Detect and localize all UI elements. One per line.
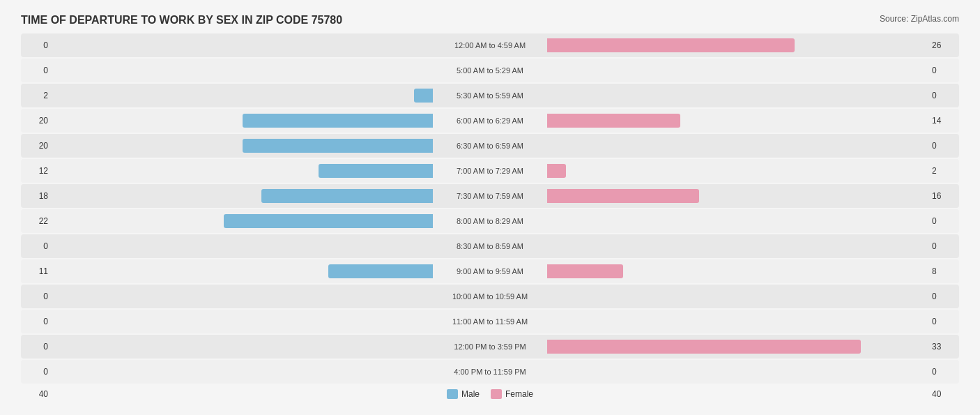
male-bar-container [52,315,434,329]
male-value: 12 [21,166,52,176]
bar-area: 6:30 AM to 6:59 AM [52,134,928,158]
time-label: 6:30 AM to 6:59 AM [434,142,546,150]
bar-area: 8:30 AM to 8:59 AM [52,234,928,258]
male-bar-container [52,63,434,77]
bar-row: 20 6:00 AM to 6:29 AM 14 [21,109,959,133]
female-bar [547,340,861,354]
male-bar-container [52,214,434,228]
female-bar-container [546,114,928,128]
female-bar-container [546,38,928,52]
bar-area: 10:00 AM to 10:59 AM [52,285,928,308]
legend-female-label: Female [505,389,533,399]
female-value: 0 [928,216,959,226]
bar-row: 0 12:00 AM to 4:59 AM 26 [21,33,959,57]
bar-inner: 7:30 AM to 7:59 AM [52,187,928,205]
bar-row: 22 8:00 AM to 8:29 AM 0 [21,209,959,233]
bar-area: 7:00 AM to 7:29 AM [52,159,928,183]
bar-row: 0 12:00 PM to 3:59 PM 33 [21,335,959,359]
male-value: 0 [21,367,52,377]
legend-male-box [447,389,458,399]
female-value: 0 [928,141,959,151]
male-bar-container [52,38,434,52]
male-bar-container [52,239,434,253]
bar-inner: 8:00 AM to 8:29 AM [52,212,928,230]
female-value: 0 [928,91,959,100]
male-bar-container [52,189,434,203]
female-bar-container [546,289,928,303]
bar-inner: 6:00 AM to 6:29 AM [52,112,928,130]
chart-container: TIME OF DEPARTURE TO WORK BY SEX IN ZIP … [21,14,959,399]
chart-body: 0 12:00 AM to 4:59 AM 26 0 5:00 AM to 5:… [21,33,959,384]
female-bar-container [546,139,928,153]
male-bar [243,139,433,153]
female-bar-container [546,365,928,379]
x-axis-right-label: 40 [928,389,959,399]
bar-area: 11:00 AM to 11:59 AM [52,310,928,333]
bar-inner: 6:30 AM to 6:59 AM [52,137,928,155]
female-value: 0 [928,66,959,75]
female-value: 8 [928,266,959,276]
female-bar-container [546,340,928,354]
time-label: 8:00 AM to 8:29 AM [434,217,546,225]
time-label: 12:00 PM to 3:59 PM [434,342,546,351]
male-bar-container [52,264,434,278]
bar-area: 12:00 PM to 3:59 PM [52,335,928,359]
x-axis-left-label: 40 [21,389,52,399]
time-label: 4:00 PM to 11:59 PM [434,368,546,376]
female-value: 16 [928,191,959,201]
bar-area: 8:00 AM to 8:29 AM [52,209,928,233]
male-value: 0 [21,40,52,50]
female-value: 0 [928,292,959,301]
male-bar [319,164,433,178]
time-label: 6:00 AM to 6:29 AM [434,116,546,125]
male-bar-container [52,365,434,379]
female-bar-container [546,164,928,178]
bar-inner: 8:30 AM to 8:59 AM [52,237,928,255]
male-bar-container [52,289,434,303]
bar-row: 11 9:00 AM to 9:59 AM 8 [21,259,959,283]
bar-inner: 10:00 AM to 10:59 AM [52,287,928,305]
female-value: 2 [928,166,959,176]
chart-source: Source: ZipAtlas.com [880,14,959,24]
chart-header: TIME OF DEPARTURE TO WORK BY SEX IN ZIP … [21,14,959,27]
female-bar [547,264,623,278]
bar-inner: 12:00 PM to 3:59 PM [52,338,928,356]
legend-male-label: Male [461,389,480,399]
female-value: 14 [928,116,959,126]
male-bar-container [52,114,434,128]
time-label: 10:00 AM to 10:59 AM [434,292,546,301]
male-value: 20 [21,141,52,151]
male-bar-container [52,139,434,153]
female-bar-container [546,214,928,228]
male-bar [243,114,433,128]
male-bar-container [52,164,434,178]
female-bar-container [546,63,928,77]
bar-area: 4:00 PM to 11:59 PM [52,360,928,384]
bar-area: 9:00 AM to 9:59 AM [52,259,928,283]
legend-female-box [491,389,502,399]
male-value: 20 [21,116,52,126]
time-label: 5:30 AM to 5:59 AM [434,91,546,100]
male-bar [261,189,433,203]
bar-row: 18 7:30 AM to 7:59 AM 16 [21,184,959,208]
legend-male: Male [447,389,480,399]
bar-inner: 5:30 AM to 5:59 AM [52,86,928,105]
male-value: 0 [21,66,52,75]
bar-inner: 5:00 AM to 5:29 AM [52,61,928,80]
bar-row: 2 5:30 AM to 5:59 AM 0 [21,84,959,107]
female-value: 0 [928,317,959,326]
x-axis-row: 40 Male Female 40 [21,389,959,399]
bar-row: 20 6:30 AM to 6:59 AM 0 [21,134,959,158]
time-label: 5:00 AM to 5:29 AM [434,66,546,75]
chart-title: TIME OF DEPARTURE TO WORK BY SEX IN ZIP … [21,14,342,27]
male-bar [328,264,433,278]
legend: Male Female [447,389,533,399]
male-value: 0 [21,292,52,301]
bar-row: 0 4:00 PM to 11:59 PM 0 [21,360,959,384]
bar-row: 12 7:00 AM to 7:29 AM 2 [21,159,959,183]
bar-area: 5:30 AM to 5:59 AM [52,84,928,107]
bar-area: 5:00 AM to 5:29 AM [52,59,928,82]
male-bar [414,89,433,103]
bar-inner: 12:00 AM to 4:59 AM [52,36,928,54]
female-value: 33 [928,342,959,352]
